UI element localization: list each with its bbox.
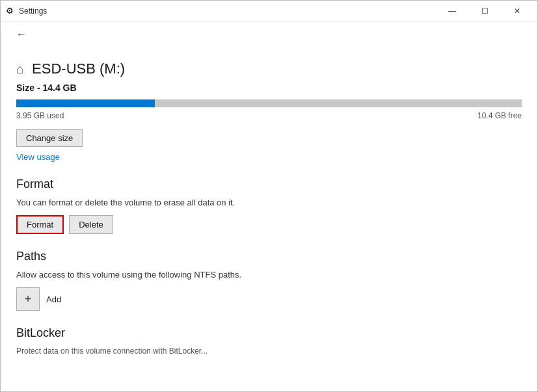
add-label: Add xyxy=(46,294,61,304)
format-button[interactable]: Format xyxy=(16,215,64,234)
paths-heading: Paths xyxy=(16,250,522,263)
storage-labels: 3.95 GB used 10.4 GB free xyxy=(16,111,522,120)
maximize-button[interactable]: ☐ xyxy=(470,1,500,21)
bitlocker-section: BitLocker Protect data on this volume co… xyxy=(16,326,522,356)
title-bar-controls: — ☐ ✕ xyxy=(437,1,532,21)
format-button-row: Format Delete xyxy=(16,215,522,234)
minimize-button[interactable]: — xyxy=(437,1,467,21)
change-size-button[interactable]: Change size xyxy=(16,129,83,147)
add-row: + Add xyxy=(16,287,522,311)
close-button[interactable]: ✕ xyxy=(502,1,532,21)
add-button[interactable]: + xyxy=(16,287,40,311)
format-section: Format You can format or delete the volu… xyxy=(16,177,522,234)
bitlocker-description: Protect data on this volume connection w… xyxy=(16,346,522,356)
settings-window: ⚙ Settings — ☐ ✕ ← ⌂ ESD-USB (M:) Size -… xyxy=(0,0,538,392)
home-icon: ⌂ xyxy=(16,62,24,77)
content-area: ⌂ ESD-USB (M:) Size - 14.4 GB 3.95 GB us… xyxy=(1,47,537,391)
paths-section: Paths Allow access to this volume using … xyxy=(16,250,522,311)
back-button[interactable]: ← xyxy=(11,24,32,45)
format-heading: Format xyxy=(16,177,522,191)
page-header: ⌂ ESD-USB (M:) xyxy=(16,60,522,77)
size-heading: Size - 14.4 GB xyxy=(16,83,522,93)
storage-bar-used xyxy=(16,99,155,107)
format-description: You can format or delete the volume to e… xyxy=(16,198,522,207)
window-title: Settings xyxy=(19,7,47,16)
size-section: Size - 14.4 GB 3.95 GB used 10.4 GB free… xyxy=(16,83,522,162)
nav-bar: ← xyxy=(1,21,537,47)
page-title: ESD-USB (M:) xyxy=(32,60,125,77)
paths-description: Allow access to this volume using the fo… xyxy=(16,270,522,280)
window-icon: ⚙ xyxy=(6,6,14,16)
storage-bar xyxy=(16,99,522,107)
free-label: 10.4 GB free xyxy=(477,111,522,120)
title-bar: ⚙ Settings — ☐ ✕ xyxy=(1,1,537,21)
used-label: 3.95 GB used xyxy=(16,111,64,120)
delete-button[interactable]: Delete xyxy=(69,215,113,234)
view-usage-link[interactable]: View usage xyxy=(16,152,522,162)
title-bar-left: ⚙ Settings xyxy=(6,6,47,16)
bitlocker-heading: BitLocker xyxy=(16,326,522,340)
